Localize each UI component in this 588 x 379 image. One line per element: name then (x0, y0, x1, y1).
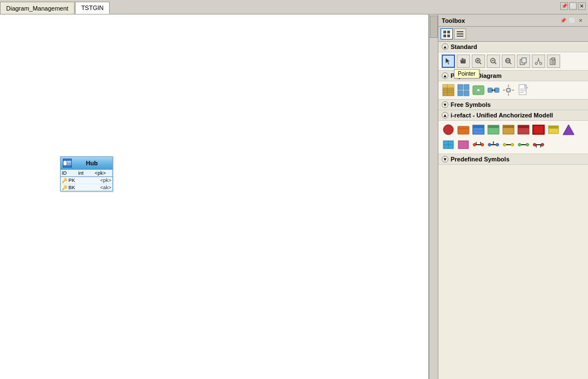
svg-rect-84 (549, 126, 559, 129)
zoom-in-tool[interactable] (472, 55, 485, 68)
canvas-vscrollbar[interactable] (429, 14, 438, 379)
tab-diagram-management[interactable]: Diagram_Management (0, 2, 75, 14)
ir-icon-12[interactable] (472, 138, 485, 151)
svg-line-24 (495, 62, 496, 64)
section-freesymbols-title: Free Symbols (451, 101, 491, 108)
entity-row-pk: 🔑 PK <pk> (61, 177, 112, 184)
ir-svg-13 (487, 139, 500, 151)
svg-rect-61 (508, 85, 509, 87)
section-predefsymbols-toggle[interactable]: ▼ (442, 156, 448, 163)
hand-tool[interactable] (457, 55, 470, 68)
table-symbol (67, 160, 71, 166)
phys-table-icon[interactable] (442, 83, 455, 97)
phys-link-icon[interactable] (487, 83, 500, 97)
svg-point-58 (494, 90, 496, 91)
toolbox-content[interactable]: ▲ Standard (438, 42, 588, 379)
svg-point-60 (507, 89, 510, 91)
toolbox-title: Toolbox (442, 17, 465, 24)
ir-icon-5[interactable] (502, 123, 515, 136)
svg-point-31 (535, 62, 537, 65)
section-standard-header[interactable]: ▲ Standard (438, 42, 588, 52)
svg-rect-49 (458, 91, 463, 96)
svg-point-53 (477, 89, 480, 91)
bk-col-name: BK (68, 185, 99, 190)
section-physdiagram-toggle[interactable]: ▲ (442, 72, 448, 79)
svg-rect-48 (464, 85, 469, 90)
phys-view-icon[interactable] (472, 83, 485, 97)
copy-icon (520, 57, 527, 65)
phys-gear-icon[interactable] (502, 83, 515, 97)
svg-point-97 (496, 144, 499, 146)
physdiagram-icons (438, 81, 588, 100)
ir-icon-4[interactable] (487, 123, 500, 136)
ir-icon-1[interactable] (442, 123, 455, 136)
ir-icon-11[interactable] (457, 138, 470, 151)
ir-icon-10[interactable] (442, 138, 455, 151)
ir-icon-13[interactable] (487, 138, 500, 151)
view-list-button[interactable] (454, 28, 466, 40)
tab-controls: 📌 ⬜ ✕ (560, 2, 588, 10)
section-predefsymbols-header[interactable]: ▼ Predefined Symbols (438, 154, 588, 165)
tab-close-button[interactable]: ✕ (578, 2, 586, 10)
section-freesymbols-header[interactable]: ▼ Free Symbols (438, 100, 588, 110)
zoom-out-tool[interactable] (487, 55, 500, 68)
ir-icon-9[interactable] (562, 123, 575, 136)
grid-view-icon (443, 30, 451, 38)
section-standard-toggle[interactable]: ▲ (442, 43, 448, 50)
canvas-area[interactable]: Hub ID int <pk> 🔑 PK <pk> 🔑 BK <ak> (0, 14, 429, 379)
view-grid-button[interactable] (441, 28, 453, 40)
phys-view-svg (472, 84, 485, 96)
vscrollbar-thumb[interactable] (430, 16, 438, 38)
entity-header: Hub (61, 157, 112, 169)
svg-rect-79 (503, 125, 514, 128)
ir-svg-8 (547, 124, 560, 136)
ir-icon-7[interactable] (532, 123, 545, 136)
col-header-pk: <pk> (95, 170, 111, 176)
svg-rect-30 (522, 58, 526, 63)
phys-link-svg (487, 84, 500, 96)
phys-table-svg (442, 84, 454, 96)
ir-icon-2[interactable] (457, 123, 470, 136)
cut-tool[interactable] (532, 55, 545, 68)
ir-icon-15[interactable] (517, 138, 530, 151)
toolbox-float-icon[interactable]: ⬜ (568, 17, 576, 24)
pointer-tool[interactable] (442, 55, 455, 68)
section-irefact-header[interactable]: ▲ i-refact - Unified Anchorized Modell (438, 110, 588, 121)
svg-rect-89 (458, 141, 468, 149)
toolbox-close-icon[interactable]: ✕ (577, 17, 585, 24)
phys-gear-svg (502, 84, 515, 96)
svg-point-70 (443, 125, 453, 135)
bk-constraint: <ak> (100, 185, 111, 190)
phys-grid-icon[interactable] (457, 83, 470, 97)
ir-icon-16[interactable] (532, 138, 545, 151)
svg-point-100 (503, 144, 506, 146)
svg-point-101 (511, 144, 514, 146)
tab-pin-button[interactable]: 📌 (560, 2, 568, 10)
entity-hub[interactable]: Hub ID int <pk> 🔑 PK <pk> 🔑 BK <ak> (60, 156, 113, 191)
toolbox-header: Toolbox 📌 ⬜ ✕ (438, 14, 588, 27)
svg-line-21 (480, 62, 481, 64)
standard-toolbar-icons: Pointer (438, 52, 588, 71)
ir-icon-14[interactable] (502, 138, 515, 151)
toolbox-pin-icon[interactable]: 📌 (559, 17, 567, 24)
svg-rect-42 (443, 85, 454, 88)
zoom-fit-tool[interactable] (502, 55, 515, 68)
ir-icon-8[interactable] (547, 123, 560, 136)
ir-svg-15 (517, 139, 530, 151)
entity-table-icon (63, 159, 72, 168)
section-irefact-toggle[interactable]: ▲ (442, 112, 448, 119)
svg-rect-47 (458, 85, 463, 90)
copy-tool[interactable] (517, 55, 530, 68)
tab-tstgin[interactable]: TSTGIN (75, 2, 110, 14)
ir-icon-6[interactable] (517, 123, 530, 136)
phys-doc-icon[interactable] (517, 83, 530, 97)
pointer-tooltip: Pointer (454, 69, 480, 78)
svg-rect-5 (443, 31, 446, 33)
zoom-out-icon (490, 57, 497, 65)
ir-icon-3[interactable] (472, 123, 485, 136)
tab-float-button[interactable]: ⬜ (569, 2, 577, 10)
section-freesymbols-toggle[interactable]: ▼ (442, 101, 448, 108)
main-area: Hub ID int <pk> 🔑 PK <pk> 🔑 BK <ak> (0, 14, 588, 379)
paste-tool[interactable] (547, 55, 560, 68)
svg-rect-77 (488, 125, 499, 128)
